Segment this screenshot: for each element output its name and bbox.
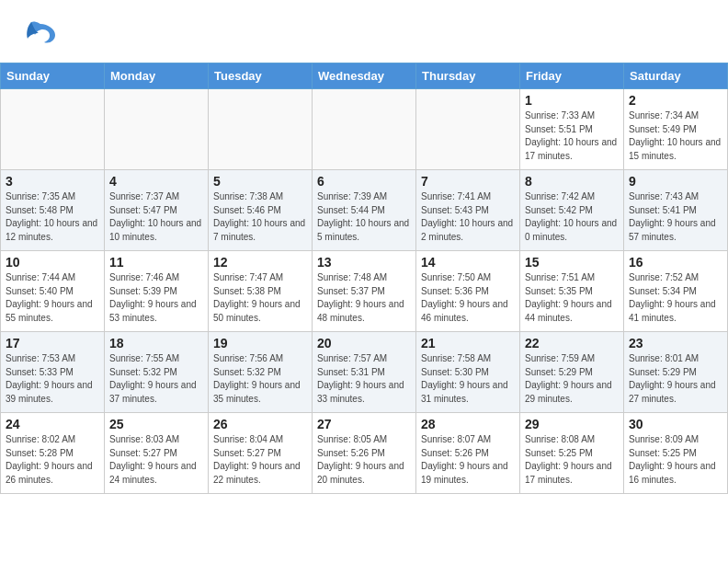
calendar-cell: 5 Sunrise: 7:38 AMSunset: 5:46 PMDayligh… — [209, 170, 313, 251]
weekday-header-friday: Friday — [520, 63, 624, 89]
day-number: 11 — [109, 255, 203, 270]
calendar-cell — [1, 89, 105, 170]
calendar-cell: 10 Sunrise: 7:44 AMSunset: 5:40 PMDaylig… — [1, 251, 105, 332]
day-number: 14 — [421, 255, 515, 270]
calendar-cell: 21 Sunrise: 7:58 AMSunset: 5:30 PMDaylig… — [416, 332, 520, 413]
day-info: Sunrise: 8:05 AMSunset: 5:26 PMDaylight:… — [317, 433, 411, 487]
day-number: 9 — [629, 174, 722, 189]
day-number: 3 — [6, 174, 99, 189]
day-info: Sunrise: 7:53 AMSunset: 5:33 PMDaylight:… — [6, 352, 99, 406]
day-number: 22 — [525, 336, 619, 350]
calendar-cell — [105, 89, 209, 170]
calendar-cell: 7 Sunrise: 7:41 AMSunset: 5:43 PMDayligh… — [416, 170, 520, 251]
day-number: 17 — [6, 336, 99, 350]
calendar-table: SundayMondayTuesdayWednesdayThursdayFrid… — [0, 63, 728, 494]
calendar-cell: 30 Sunrise: 8:09 AMSunset: 5:25 PMDaylig… — [624, 413, 728, 494]
calendar-cell: 11 Sunrise: 7:46 AMSunset: 5:39 PMDaylig… — [105, 251, 209, 332]
calendar-cell: 6 Sunrise: 7:39 AMSunset: 5:44 PMDayligh… — [313, 170, 416, 251]
calendar-cell: 15 Sunrise: 7:51 AMSunset: 5:35 PMDaylig… — [520, 251, 624, 332]
day-number: 5 — [213, 174, 307, 189]
day-info: Sunrise: 7:50 AMSunset: 5:36 PMDaylight:… — [421, 271, 515, 325]
day-number: 27 — [317, 417, 411, 431]
calendar-cell: 16 Sunrise: 7:52 AMSunset: 5:34 PMDaylig… — [624, 251, 728, 332]
calendar-cell: 29 Sunrise: 8:08 AMSunset: 5:25 PMDaylig… — [520, 413, 624, 494]
day-info: Sunrise: 8:01 AMSunset: 5:29 PMDaylight:… — [629, 352, 722, 406]
calendar-cell: 14 Sunrise: 7:50 AMSunset: 5:36 PMDaylig… — [416, 251, 520, 332]
calendar-cell: 13 Sunrise: 7:48 AMSunset: 5:37 PMDaylig… — [313, 251, 416, 332]
calendar-cell: 24 Sunrise: 8:02 AMSunset: 5:28 PMDaylig… — [1, 413, 105, 494]
calendar-cell: 27 Sunrise: 8:05 AMSunset: 5:26 PMDaylig… — [313, 413, 416, 494]
day-number: 6 — [317, 174, 411, 189]
page-header — [0, 0, 728, 63]
day-info: Sunrise: 7:38 AMSunset: 5:46 PMDaylight:… — [213, 190, 307, 244]
day-number: 4 — [109, 174, 203, 189]
day-number: 23 — [629, 336, 722, 350]
day-info: Sunrise: 7:33 AMSunset: 5:51 PMDaylight:… — [525, 109, 619, 163]
calendar-cell: 3 Sunrise: 7:35 AMSunset: 5:48 PMDayligh… — [1, 170, 105, 251]
calendar-week-4: 17 Sunrise: 7:53 AMSunset: 5:33 PMDaylig… — [1, 332, 728, 413]
calendar-cell: 22 Sunrise: 7:59 AMSunset: 5:29 PMDaylig… — [520, 332, 624, 413]
calendar-week-3: 10 Sunrise: 7:44 AMSunset: 5:40 PMDaylig… — [1, 251, 728, 332]
calendar-cell: 9 Sunrise: 7:43 AMSunset: 5:41 PMDayligh… — [624, 170, 728, 251]
day-number: 30 — [629, 417, 722, 431]
calendar-cell: 12 Sunrise: 7:47 AMSunset: 5:38 PMDaylig… — [209, 251, 313, 332]
calendar-cell: 1 Sunrise: 7:33 AMSunset: 5:51 PMDayligh… — [520, 89, 624, 170]
day-number: 16 — [629, 255, 722, 270]
calendar-cell: 26 Sunrise: 8:04 AMSunset: 5:27 PMDaylig… — [209, 413, 313, 494]
day-info: Sunrise: 7:55 AMSunset: 5:32 PMDaylight:… — [109, 352, 203, 406]
day-info: Sunrise: 8:02 AMSunset: 5:28 PMDaylight:… — [6, 433, 99, 487]
day-info: Sunrise: 7:42 AMSunset: 5:42 PMDaylight:… — [525, 190, 619, 244]
day-number: 26 — [213, 417, 307, 431]
calendar-week-2: 3 Sunrise: 7:35 AMSunset: 5:48 PMDayligh… — [1, 170, 728, 251]
weekday-header-saturday: Saturday — [624, 63, 728, 89]
calendar-cell: 25 Sunrise: 8:03 AMSunset: 5:27 PMDaylig… — [105, 413, 209, 494]
day-info: Sunrise: 7:34 AMSunset: 5:49 PMDaylight:… — [629, 109, 722, 163]
calendar-cell: 17 Sunrise: 7:53 AMSunset: 5:33 PMDaylig… — [1, 332, 105, 413]
weekday-header-thursday: Thursday — [416, 63, 520, 89]
day-info: Sunrise: 7:56 AMSunset: 5:32 PMDaylight:… — [213, 352, 307, 406]
day-number: 10 — [6, 255, 99, 270]
weekday-header-monday: Monday — [105, 63, 209, 89]
day-info: Sunrise: 7:59 AMSunset: 5:29 PMDaylight:… — [525, 352, 619, 406]
day-info: Sunrise: 8:03 AMSunset: 5:27 PMDaylight:… — [109, 433, 203, 487]
day-info: Sunrise: 7:57 AMSunset: 5:31 PMDaylight:… — [317, 352, 411, 406]
calendar-cell — [209, 89, 313, 170]
calendar-cell: 2 Sunrise: 7:34 AMSunset: 5:49 PMDayligh… — [624, 89, 728, 170]
day-number: 24 — [6, 417, 99, 431]
weekday-header-sunday: Sunday — [1, 63, 105, 89]
day-number: 29 — [525, 417, 619, 431]
calendar-cell: 28 Sunrise: 8:07 AMSunset: 5:26 PMDaylig… — [416, 413, 520, 494]
calendar-cell — [313, 89, 416, 170]
day-info: Sunrise: 7:35 AMSunset: 5:48 PMDaylight:… — [6, 190, 99, 244]
day-number: 19 — [213, 336, 307, 350]
day-info: Sunrise: 7:41 AMSunset: 5:43 PMDaylight:… — [421, 190, 515, 244]
calendar-cell: 4 Sunrise: 7:37 AMSunset: 5:47 PMDayligh… — [105, 170, 209, 251]
day-number: 21 — [421, 336, 515, 350]
day-info: Sunrise: 7:46 AMSunset: 5:39 PMDaylight:… — [109, 271, 203, 325]
day-info: Sunrise: 8:04 AMSunset: 5:27 PMDaylight:… — [213, 433, 307, 487]
day-number: 2 — [629, 93, 722, 108]
day-info: Sunrise: 8:08 AMSunset: 5:25 PMDaylight:… — [525, 433, 619, 487]
logo — [22, 17, 64, 53]
calendar-cell: 18 Sunrise: 7:55 AMSunset: 5:32 PMDaylig… — [105, 332, 209, 413]
day-number: 25 — [109, 417, 203, 431]
day-number: 20 — [317, 336, 411, 350]
calendar-cell — [416, 89, 520, 170]
calendar-week-1: 1 Sunrise: 7:33 AMSunset: 5:51 PMDayligh… — [1, 89, 728, 170]
day-info: Sunrise: 8:07 AMSunset: 5:26 PMDaylight:… — [421, 433, 515, 487]
calendar-cell: 8 Sunrise: 7:42 AMSunset: 5:42 PMDayligh… — [520, 170, 624, 251]
weekday-header-tuesday: Tuesday — [209, 63, 313, 89]
day-info: Sunrise: 7:37 AMSunset: 5:47 PMDaylight:… — [109, 190, 203, 244]
calendar-cell: 20 Sunrise: 7:57 AMSunset: 5:31 PMDaylig… — [313, 332, 416, 413]
day-info: Sunrise: 7:58 AMSunset: 5:30 PMDaylight:… — [421, 352, 515, 406]
day-info: Sunrise: 7:48 AMSunset: 5:37 PMDaylight:… — [317, 271, 411, 325]
day-info: Sunrise: 7:51 AMSunset: 5:35 PMDaylight:… — [525, 271, 619, 325]
day-number: 15 — [525, 255, 619, 270]
day-number: 13 — [317, 255, 411, 270]
calendar-cell: 23 Sunrise: 8:01 AMSunset: 5:29 PMDaylig… — [624, 332, 728, 413]
weekday-header-row: SundayMondayTuesdayWednesdayThursdayFrid… — [1, 63, 728, 89]
day-number: 12 — [213, 255, 307, 270]
day-info: Sunrise: 7:43 AMSunset: 5:41 PMDaylight:… — [629, 190, 722, 244]
weekday-header-wednesday: Wednesday — [313, 63, 416, 89]
day-number: 8 — [525, 174, 619, 189]
